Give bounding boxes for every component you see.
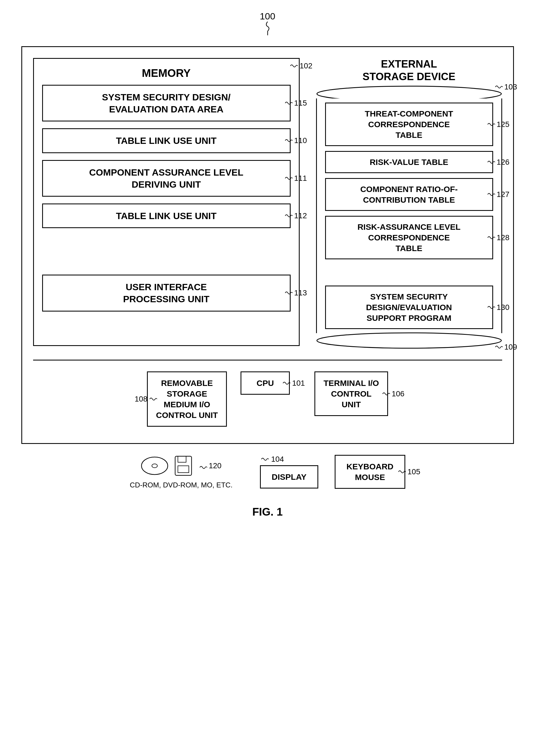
table-126-wrapper: RISK-VALUE TABLE 126 [325,151,493,173]
unit-113: USER INTERFACEPROCESSING UNIT [42,275,291,311]
svg-point-3 [152,464,157,468]
ref-115: 115 [284,99,307,107]
memory-box: MEMORY 102 SYSTEM SECURITY DESIGN/EVALUA… [33,58,300,346]
unit-112: TABLE LINK USE UNIT [42,203,291,228]
top-ref-label: 100 [260,11,275,21]
svg-point-2 [141,457,168,474]
top-squiggle [259,22,276,35]
cd-label: CD-ROM, DVD-ROM, MO, ETC. [130,481,233,489]
ref-127: 127 [486,190,510,199]
ref-106: 106 [381,390,405,398]
cd-icon [141,456,168,475]
ref-101: 101 [282,379,305,388]
horizontal-divider [33,360,502,361]
ref-112: 112 [284,211,307,220]
display-wrapper: 104 DISPLAY [260,455,318,489]
cylinder-bottom [316,332,502,346]
ref-111: 111 [284,174,307,183]
ref-113: 113 [284,288,307,297]
ref-105: 105 [397,468,420,476]
memory-ref: 102 [289,62,313,70]
ref-130: 130 [486,303,510,312]
table-126: RISK-VALUE TABLE [325,151,493,173]
memory-ref-num: 102 [300,62,313,70]
terminal-io-wrapper: TERMINAL I/OCONTROLUNIT 106 [314,371,388,416]
keyboard-mouse-wrapper: KEYBOARDMOUSE 105 [335,455,405,489]
removable-storage-wrapper: 108 REMOVABLESTORAGEMEDIUM I/OCONTROL UN… [147,371,227,427]
storage-label: EXTERNALSTORAGE DEVICE [316,58,502,83]
unit-115-wrapper: SYSTEM SECURITY DESIGN/EVALUATION DATA A… [42,85,291,122]
squiggle-102 [289,63,298,69]
cylinder-top [316,86,502,99]
svg-rect-5 [178,456,186,462]
ref-109: 109 [494,343,517,351]
unit-111-wrapper: COMPONENT ASSURANCE LEVELDERIVING UNIT 1… [42,160,291,197]
fig-caption: FIG. 1 [252,506,283,518]
floppy-icon [174,455,193,477]
unit-112-wrapper: TABLE LINK USE UNIT 112 [42,203,291,228]
unit-115: SYSTEM SECURITY DESIGN/EVALUATION DATA A… [42,85,291,122]
keyboard-mouse-unit: KEYBOARDMOUSE [335,455,405,489]
unit-110: TABLE LINK USE UNIT [42,128,291,153]
ref-125: 125 [486,120,510,129]
table-125-wrapper: THREAT-COMPONENTCORRESPONDENCETABLE 125 [325,103,493,146]
terminal-io-unit: TERMINAL I/OCONTROLUNIT [314,371,388,416]
diagram-container: 100 MEMORY 102 [21,11,514,518]
ref-104-group: 104 [260,455,318,464]
cylinder-body: THREAT-COMPONENTCORRESPONDENCETABLE 125 … [316,98,502,333]
top-row: MEMORY 102 SYSTEM SECURITY DESIGN/EVALUA… [33,58,502,346]
table-130-wrapper: SYSTEM SECURITYDESIGN/EVALUATIONSUPPORT … [325,285,493,329]
bottom-row: 108 REMOVABLESTORAGEMEDIUM I/OCONTROL UN… [33,371,502,427]
unit-113-wrapper: USER INTERFACEPROCESSING UNIT 113 [42,275,291,311]
display-unit: DISPLAY [260,465,318,489]
ref-110: 110 [284,136,307,145]
cpu-wrapper: CPU 101 [240,371,290,395]
svg-rect-6 [178,466,189,472]
svg-point-1 [317,333,501,348]
ref-120: 120 [198,461,222,470]
disk-icons: 120 [141,455,222,477]
table-128: RISK-ASSURANCE LEVELCORRESPONDENCETABLE [325,216,493,259]
memory-units: SYSTEM SECURITY DESIGN/EVALUATION DATA A… [42,85,291,311]
unit-111: COMPONENT ASSURANCE LEVELDERIVING UNIT [42,160,291,197]
below-items-row: 120 CD-ROM, DVD-ROM, MO, ETC. 104 DISPLA… [21,455,514,489]
removable-storage-unit: REMOVABLESTORAGEMEDIUM I/OCONTROL UNIT [147,371,227,427]
table-128-wrapper: RISK-ASSURANCE LEVELCORRESPONDENCETABLE … [325,216,493,259]
ref-128: 128 [486,233,510,242]
memory-label: MEMORY [42,67,291,79]
memory-spacer [42,235,291,268]
table-130: SYSTEM SECURITYDESIGN/EVALUATIONSUPPORT … [325,285,493,329]
ref-126: 126 [486,158,510,167]
table-125: THREAT-COMPONENTCORRESPONDENCETABLE [325,103,493,146]
disk-icons-group: 120 CD-ROM, DVD-ROM, MO, ETC. [130,455,233,489]
table-127: COMPONENT RATIO-OF-CONTRIBUTION TABLE [325,178,493,211]
unit-110-wrapper: TABLE LINK USE UNIT 110 [42,128,291,153]
table-127-wrapper: COMPONENT RATIO-OF-CONTRIBUTION TABLE 12… [325,178,493,211]
storage-spacer [325,264,493,281]
main-box: MEMORY 102 SYSTEM SECURITY DESIGN/EVALUA… [21,46,514,444]
external-storage-box: EXTERNALSTORAGE DEVICE 103 [316,58,502,346]
